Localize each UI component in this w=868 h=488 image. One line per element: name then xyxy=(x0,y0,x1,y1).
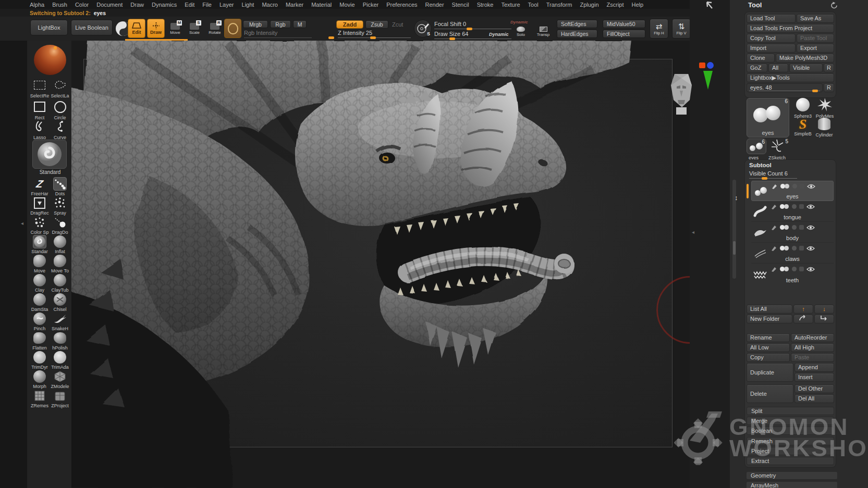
mrgb-button[interactable]: Mrgb xyxy=(243,20,268,28)
edit-mode-button[interactable]: Edit xyxy=(128,19,145,38)
stroke-type-button[interactable]: S xyxy=(414,20,432,37)
zsub-button[interactable]: Zsub xyxy=(365,20,388,29)
menu-item-brush[interactable]: Brush xyxy=(52,2,67,8)
insert-button[interactable]: Insert xyxy=(794,373,834,382)
subtool-texture-icon[interactable] xyxy=(799,267,804,271)
brush-zremesher[interactable]: ZRemes xyxy=(30,389,50,408)
rgb-button[interactable]: Rgb xyxy=(270,20,291,28)
focal-shift-track[interactable] xyxy=(434,29,511,29)
brush-clay[interactable]: Clay xyxy=(30,273,50,293)
duplicate-button[interactable]: Duplicate xyxy=(747,363,793,382)
move-subtool-down-button[interactable]: ↓ xyxy=(814,305,834,314)
tool-slot-simplebrush[interactable]: S SimpleB xyxy=(793,118,812,136)
extract-section[interactable]: Extract xyxy=(747,457,834,465)
brush-morph[interactable]: Morph xyxy=(30,370,50,389)
subtool-visibility-eye-icon[interactable] xyxy=(806,246,815,251)
subtool-texture-icon[interactable] xyxy=(799,204,804,209)
menu-item-file[interactable]: File xyxy=(202,2,212,8)
z-intensity-slider[interactable]: Z Intensity 25 xyxy=(338,30,372,36)
brush-claytubes[interactable]: ClayTub xyxy=(50,273,70,293)
draw-size-handle[interactable] xyxy=(449,37,455,40)
subtool-row-eyes[interactable]: eyes xyxy=(751,181,834,201)
subtool-polypaint-toggle[interactable] xyxy=(780,267,789,272)
subtool-texture-icon[interactable] xyxy=(800,184,804,189)
menu-item-macro[interactable]: Macro xyxy=(262,2,278,8)
brush-standard-selected[interactable]: Standar xyxy=(30,235,50,254)
subtool-polypaint-toggle[interactable] xyxy=(780,225,789,230)
rgb-intensity-slider[interactable]: Rgb Intensity xyxy=(244,30,277,36)
subtool-uv-icon[interactable] xyxy=(792,204,797,209)
left-divider-collapse-arrow[interactable]: ◂ xyxy=(21,220,23,226)
menu-item-zplugin[interactable]: Zplugin xyxy=(580,2,598,8)
visible-count-handle[interactable] xyxy=(762,177,767,180)
brush-inflat[interactable]: Inflat xyxy=(50,235,70,254)
current-material-sphere[interactable] xyxy=(34,45,66,75)
curve-stroke[interactable]: Curve xyxy=(50,119,70,140)
select-lasso-gizmo[interactable]: SelectLa xyxy=(50,77,70,98)
brush-move[interactable]: Move xyxy=(30,254,50,273)
menu-item-color[interactable]: Color xyxy=(75,2,89,8)
spray-stroke[interactable]: Spray xyxy=(50,196,70,216)
palette-picker-icon[interactable] xyxy=(705,1,720,9)
geometry-palette-header[interactable]: Geometry xyxy=(746,471,838,480)
subtool-brush-icon[interactable] xyxy=(772,183,778,189)
goz-button[interactable]: GoZ xyxy=(747,64,767,72)
z-intensity-handle[interactable] xyxy=(370,36,376,39)
subtool-brush-icon[interactable] xyxy=(771,245,777,251)
menu-item-draw[interactable]: Draw xyxy=(130,2,144,8)
subtool-texture-icon[interactable] xyxy=(799,225,804,230)
goz-visible-button[interactable]: Visible xyxy=(789,64,823,72)
circle-stroke[interactable]: Circle xyxy=(50,99,70,120)
solo-button[interactable]: Solo xyxy=(511,23,530,39)
menu-item-document[interactable]: Document xyxy=(96,2,123,8)
menu-item-preferences[interactable]: Preferences xyxy=(386,2,417,8)
menu-item-transform[interactable]: Transform xyxy=(546,2,572,8)
load-tools-from-project-button[interactable]: Load Tools From Project xyxy=(747,24,834,33)
brush-zmodeler[interactable]: ZModele xyxy=(50,370,70,389)
brush-zproject[interactable]: ZProject xyxy=(50,389,70,408)
subtool-scrollbar-thumb[interactable] xyxy=(733,241,736,255)
brush-trimdynamic[interactable]: TrimDyr xyxy=(30,351,50,370)
copy-tool-button[interactable]: Copy Tool xyxy=(747,34,796,43)
menu-item-movie[interactable]: Movie xyxy=(339,2,354,8)
dragdot-stroke[interactable]: DragDo xyxy=(50,216,70,235)
brush-hpolish[interactable]: hPolish xyxy=(50,331,70,351)
freehand-stroke[interactable]: Z FreeHar xyxy=(30,177,50,196)
subtool-visibility-eye-icon[interactable] xyxy=(806,225,815,230)
right-divider-collapse-arrow[interactable]: ◂ xyxy=(692,229,694,235)
lightbox-button[interactable]: LightBox xyxy=(30,20,68,35)
move-out-of-folder-button[interactable] xyxy=(814,315,834,323)
dragon-sculpt-model[interactable] xyxy=(71,41,690,488)
visible-count-slider[interactable]: Visible Count 6 xyxy=(749,170,788,177)
brush-damstandard[interactable]: DamSta xyxy=(30,293,50,312)
copy-subtool-button[interactable]: Copy xyxy=(747,353,790,362)
transp-button[interactable]: Transp xyxy=(533,23,554,39)
subtool-brush-icon[interactable] xyxy=(771,224,777,230)
rect-stroke[interactable]: Rect xyxy=(30,99,50,120)
menu-item-picker[interactable]: Picker xyxy=(363,2,379,8)
menu-item-texture[interactable]: Texture xyxy=(501,2,520,8)
import-button[interactable]: Import xyxy=(747,44,796,53)
brush-snakehook[interactable]: SnakeH xyxy=(50,312,70,331)
palette-reset-icon[interactable] xyxy=(830,2,838,9)
auto-reorder-button[interactable]: AutoReorder xyxy=(791,333,834,342)
subtool-polypaint-toggle[interactable] xyxy=(780,246,789,251)
menu-item-stencil[interactable]: Stencil xyxy=(452,2,469,8)
hard-edges-button[interactable]: HardEdges xyxy=(557,30,597,38)
split-section[interactable]: Split xyxy=(747,407,834,415)
merge-section[interactable]: Merge xyxy=(747,417,834,425)
project-section[interactable]: Project xyxy=(747,447,834,455)
menu-item-dynamics[interactable]: Dynamics xyxy=(152,2,177,8)
brush-flatten[interactable]: Flatten xyxy=(30,331,50,351)
rgb-intensity-track[interactable] xyxy=(244,37,312,38)
move-mode-button[interactable]: M Move xyxy=(167,19,184,38)
active-tool-slider[interactable]: eyes. 48 xyxy=(747,83,823,92)
draw-size-dynamic-label[interactable]: Dynamic xyxy=(489,32,509,37)
subtool-row-body[interactable]: body xyxy=(751,222,834,243)
colorspray-stroke[interactable]: Color Sp xyxy=(30,216,50,235)
focal-shift-slider[interactable]: Focal Shift 0 xyxy=(434,21,466,27)
menu-item-material[interactable]: Material xyxy=(311,2,332,8)
delete-button[interactable]: Delete xyxy=(747,384,793,403)
menu-item-render[interactable]: Render xyxy=(425,2,444,8)
move-to-folder-button[interactable] xyxy=(793,315,813,323)
